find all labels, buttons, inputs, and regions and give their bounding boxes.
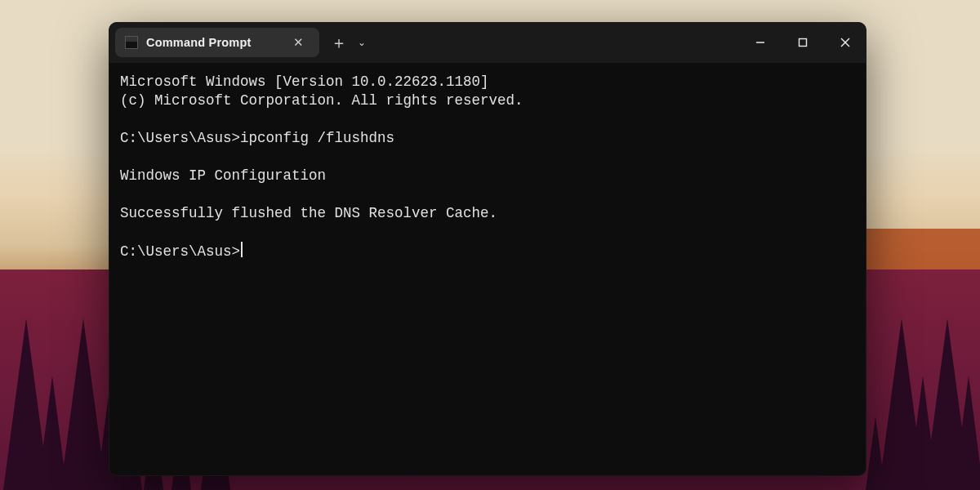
window-titlebar[interactable]: Command Prompt ✕ ＋ ⌄ [109,22,866,63]
svg-rect-1 [800,39,807,47]
terminal-output[interactable]: Microsoft Windows [Version 10.0.22623.11… [109,63,866,476]
tab-close-button[interactable]: ✕ [287,31,310,54]
minimize-icon [755,38,765,47]
tab-title: Command Prompt [146,36,278,49]
tab-dropdown-button[interactable]: ⌄ [350,31,373,54]
terminal-cursor [241,242,243,257]
minimize-button[interactable] [739,22,782,63]
terminal-lines: Microsoft Windows [Version 10.0.22623.11… [120,74,523,221]
new-tab-button[interactable]: ＋ [327,31,350,54]
command-prompt-window: Command Prompt ✕ ＋ ⌄ Microsoft Windows [… [109,22,866,476]
window-buttons [739,22,866,63]
maximize-button[interactable] [782,22,824,63]
close-button[interactable] [824,22,866,63]
close-icon [840,38,850,47]
cmd-icon [125,36,138,49]
maximize-icon [798,38,808,47]
tab-command-prompt[interactable]: Command Prompt ✕ [115,28,319,57]
terminal-prompt: C:\Users\Asus> [120,243,240,260]
